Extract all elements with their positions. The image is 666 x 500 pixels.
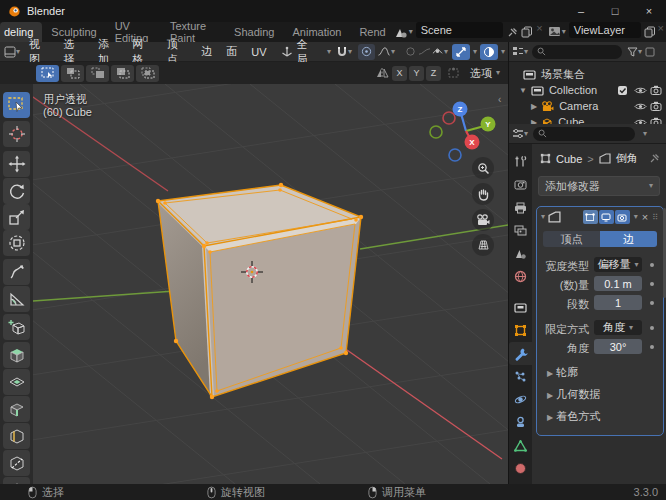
select-extend-mode[interactable]	[61, 65, 84, 82]
limit-method-dropdown[interactable]: 角度▾	[594, 320, 642, 335]
properties-editor-icon[interactable]: ▾	[512, 128, 528, 139]
tab-scene-icon[interactable]	[509, 242, 532, 265]
viewport-3d[interactable]: 用户透视 (60) Cube Z Y X	[0, 84, 508, 484]
menu-uv[interactable]: UV	[244, 46, 273, 58]
pan-hand-icon[interactable]	[472, 183, 494, 205]
mirror-z-button[interactable]: Z	[426, 66, 441, 81]
tab-output-icon[interactable]	[509, 196, 532, 219]
viewlayer-icon[interactable]: ▾	[548, 22, 566, 42]
tool-add-cube[interactable]	[3, 314, 30, 340]
tab-physics-icon[interactable]	[509, 388, 532, 411]
collection-checkbox[interactable]	[617, 85, 628, 96]
tool-move[interactable]	[3, 151, 30, 177]
tool-select-box[interactable]	[3, 92, 30, 118]
outliner-options-icon[interactable]	[645, 47, 655, 57]
tab-modifiers-icon[interactable]	[509, 342, 532, 365]
tab-tool-icon[interactable]	[509, 150, 532, 173]
camera-row[interactable]: ▶ Camera	[509, 98, 666, 114]
properties-search-input[interactable]	[533, 127, 635, 141]
limit-method-animate-dot[interactable]	[650, 326, 654, 330]
collection-eye-icon[interactable]	[634, 86, 647, 95]
collection-row[interactable]: ▼ Collection	[509, 82, 666, 98]
breadcrumb-modifier[interactable]: 倒角	[616, 151, 638, 166]
proportional-edit-icon[interactable]	[358, 44, 375, 60]
menu-edge[interactable]: 边	[194, 44, 219, 59]
close-button[interactable]: ×	[632, 0, 666, 22]
camera-view-icon[interactable]	[472, 209, 494, 231]
angle-animate-dot[interactable]	[650, 345, 654, 349]
tab-collection-icon[interactable]	[509, 296, 532, 319]
shading-section[interactable]: ▶ 着色方式	[547, 409, 600, 424]
affect-edges-tab[interactable]: 边	[600, 231, 657, 247]
scene-collection-row[interactable]: 场景集合	[509, 66, 666, 82]
tab-material-icon[interactable]	[509, 457, 532, 480]
select-intersect-mode[interactable]	[136, 65, 159, 82]
new-scene-icon[interactable]	[521, 22, 533, 42]
scene-name-field[interactable]: Scene	[416, 22, 504, 38]
tab-constraints-icon[interactable]	[509, 411, 532, 434]
tab-animation[interactable]: Animation	[283, 22, 350, 42]
tab-particles-icon[interactable]	[509, 365, 532, 388]
tab-data-icon[interactable]	[509, 434, 532, 457]
viewlayer-name-field[interactable]: ViewLayer	[569, 22, 641, 38]
tool-measure[interactable]	[3, 286, 30, 312]
scene-datablock-icon[interactable]: ▾	[393, 22, 413, 42]
tool-knife[interactable]	[3, 450, 30, 476]
modifier-drag-handle[interactable]: ⠿	[652, 213, 659, 222]
geometry-section[interactable]: ▶ 几何数据	[547, 387, 600, 402]
pin-icon[interactable]	[507, 22, 518, 42]
outliner-editor-icon[interactable]: ▾	[512, 46, 528, 57]
width-type-animate-dot[interactable]	[650, 263, 654, 267]
tool-annotate[interactable]	[3, 259, 30, 285]
tool-cursor[interactable]	[3, 121, 30, 147]
overlays-toggle-icon[interactable]	[480, 44, 498, 60]
tool-poly-build[interactable]	[3, 477, 30, 484]
camera-expand-icon[interactable]: ▶	[531, 102, 537, 111]
mirror-x-button[interactable]: X	[392, 66, 407, 81]
tool-rotate[interactable]	[3, 178, 30, 204]
falloff-extra-icon[interactable]	[405, 46, 431, 57]
show-visibility-icon[interactable]: ▾	[431, 46, 448, 57]
mirror-icon[interactable]	[376, 67, 390, 79]
editor-type-icon[interactable]: ▾	[4, 46, 20, 58]
profile-section[interactable]: ▶ 轮廓	[547, 365, 578, 380]
breadcrumb-object[interactable]: Cube	[556, 153, 582, 165]
outliner-search-input[interactable]	[532, 45, 622, 59]
select-new-mode[interactable]	[36, 65, 59, 82]
modifier-render-toggle[interactable]	[615, 210, 630, 224]
modifier-extras-icon[interactable]: ▾	[634, 213, 638, 221]
gizmos-toggle-icon[interactable]	[452, 44, 470, 60]
minimize-button[interactable]: –	[564, 0, 598, 22]
tool-loop-cut[interactable]	[3, 423, 30, 449]
properties-pin-icon[interactable]	[649, 153, 660, 164]
tool-bevel[interactable]	[3, 396, 30, 422]
unlink-scene-icon[interactable]: ×	[536, 22, 542, 42]
tab-rendering[interactable]: Rend	[350, 22, 388, 42]
tool-scale[interactable]	[3, 204, 30, 230]
transform-orientation-icon[interactable]	[281, 46, 293, 58]
snap-symmetry-icon[interactable]	[447, 67, 460, 79]
tab-object-icon[interactable]	[509, 319, 532, 342]
remove-viewlayer-icon[interactable]: ×	[658, 22, 664, 42]
tab-world-icon[interactable]	[509, 265, 532, 288]
options-dropdown[interactable]: 选项	[470, 66, 492, 81]
camera-render-icon[interactable]	[650, 101, 662, 111]
add-modifier-button[interactable]: 添加修改器 ▾	[538, 176, 660, 196]
modifier-close-icon[interactable]: ×	[642, 211, 648, 223]
select-invert-mode[interactable]	[111, 65, 134, 82]
filter-icon[interactable]: ▾	[627, 47, 642, 57]
mirror-y-button[interactable]: Y	[409, 66, 424, 81]
camera-eye-icon[interactable]	[634, 102, 647, 111]
navigation-gizmo[interactable]: Z Y X	[428, 90, 500, 166]
affect-vertices-tab[interactable]: 顶点	[543, 231, 600, 247]
modifier-edit-mode-toggle[interactable]	[583, 210, 598, 224]
tab-viewlayer-icon[interactable]	[509, 219, 532, 242]
select-subtract-mode[interactable]	[86, 65, 109, 82]
angle-field[interactable]: 30°	[594, 339, 642, 354]
menu-face[interactable]: 面	[219, 44, 244, 59]
ortho-grid-icon[interactable]	[472, 234, 494, 256]
new-viewlayer-icon[interactable]	[644, 22, 656, 42]
tab-shading[interactable]: Shading	[225, 22, 283, 42]
maximize-button[interactable]: □	[598, 0, 632, 22]
modifier-realtime-toggle[interactable]	[599, 210, 614, 224]
